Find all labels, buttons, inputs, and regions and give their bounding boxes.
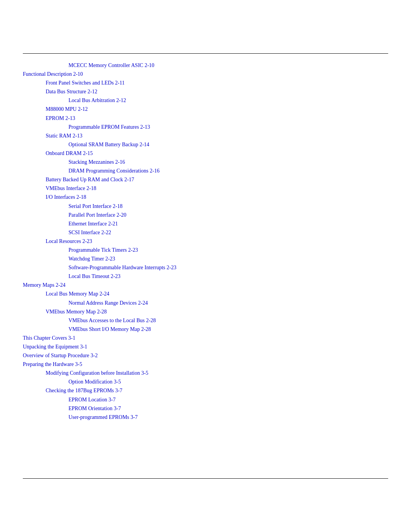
toc-entry[interactable]: Data Bus Structure 2-12: [46, 87, 388, 96]
toc-entry[interactable]: Ethernet Interface 2-21: [68, 219, 388, 228]
toc-entry[interactable]: User-programmed EPROMs 3-7: [68, 413, 388, 422]
toc-entry[interactable]: This Chapter Covers 3-1: [23, 334, 388, 342]
toc-entry[interactable]: VMEbus Short I/O Memory Map 2-28: [68, 325, 388, 334]
toc-entry[interactable]: Preparing the Hardware 3-5: [23, 360, 388, 369]
toc-entry[interactable]: Overview of Startup Procedure 3-2: [23, 351, 388, 360]
toc-entry[interactable]: EPROM Orientation 3-7: [68, 404, 388, 413]
toc-entry[interactable]: Local Bus Arbitration 2-12: [68, 96, 388, 105]
toc-entry[interactable]: Front Panel Switches and LEDs 2-11: [46, 78, 388, 87]
toc-entry[interactable]: I/O Interfaces 2-18: [46, 193, 388, 201]
toc-entry[interactable]: Normal Address Range Devices 2-24: [68, 299, 388, 307]
toc-entry[interactable]: EPROM Location 3-7: [68, 395, 388, 404]
toc-entry[interactable]: Local Resources 2-23: [46, 237, 388, 246]
toc-entry[interactable]: Parallel Port Interface 2-20: [68, 211, 388, 219]
toc-entry[interactable]: Battery Backed Up RAM and Clock 2-17: [46, 175, 388, 184]
toc-entry[interactable]: Software-Programmable Hardware Interrupt…: [68, 263, 388, 272]
toc-entry[interactable]: EPROM 2-13: [46, 114, 388, 123]
toc-entry[interactable]: DRAM Programming Considerations 2-16: [68, 166, 388, 175]
toc-entry[interactable]: Local Bus Memory Map 2-24: [46, 289, 388, 298]
toc-entry[interactable]: VMEbus Memory Map 2-28: [46, 307, 388, 316]
toc-entry[interactable]: SCSI Interface 2-22: [68, 228, 388, 237]
toc-entry[interactable]: Modifying Configuration before Installat…: [46, 369, 388, 377]
toc-entry[interactable]: Functional Description 2-10: [23, 70, 388, 78]
toc-entry[interactable]: Stacking Mezzanines 2-16: [68, 158, 388, 166]
toc-entry[interactable]: Local Bus Timeout 2-23: [68, 272, 388, 281]
toc-entry[interactable]: Optional SRAM Battery Backup 2-14: [68, 140, 388, 149]
toc-entry[interactable]: MCECC Memory Controller ASIC 2-10: [68, 61, 388, 70]
toc-entry[interactable]: Serial Port Interface 2-18: [68, 202, 388, 211]
toc-content: MCECC Memory Controller ASIC 2-10Functio…: [23, 61, 388, 471]
toc-entry[interactable]: Onboard DRAM 2-15: [46, 149, 388, 158]
toc-entry[interactable]: Static RAM 2-13: [46, 131, 388, 140]
toc-entry[interactable]: Checking the 187Bug EPROMs 3-7: [46, 386, 388, 395]
toc-entry[interactable]: Watchdog Timer 2-23: [68, 254, 388, 263]
page: MCECC Memory Controller ASIC 2-10Functio…: [0, 0, 411, 532]
bottom-rule: [23, 478, 388, 479]
toc-entry[interactable]: Programmable EPROM Features 2-13: [68, 123, 388, 131]
toc-entry[interactable]: Unpacking the Equipment 3-1: [23, 342, 388, 351]
top-rule: [23, 53, 388, 54]
toc-entry[interactable]: Programmable Tick Timers 2-23: [68, 246, 388, 254]
toc-entry[interactable]: VMEbus Interface 2-18: [46, 184, 388, 193]
toc-entry[interactable]: M88000 MPU 2-12: [46, 105, 388, 113]
toc-entry[interactable]: Option Modification 3-5: [68, 377, 388, 386]
toc-entry[interactable]: Memory Maps 2-24: [23, 281, 388, 289]
toc-entry[interactable]: VMEbus Accesses to the Local Bus 2-28: [68, 316, 388, 325]
